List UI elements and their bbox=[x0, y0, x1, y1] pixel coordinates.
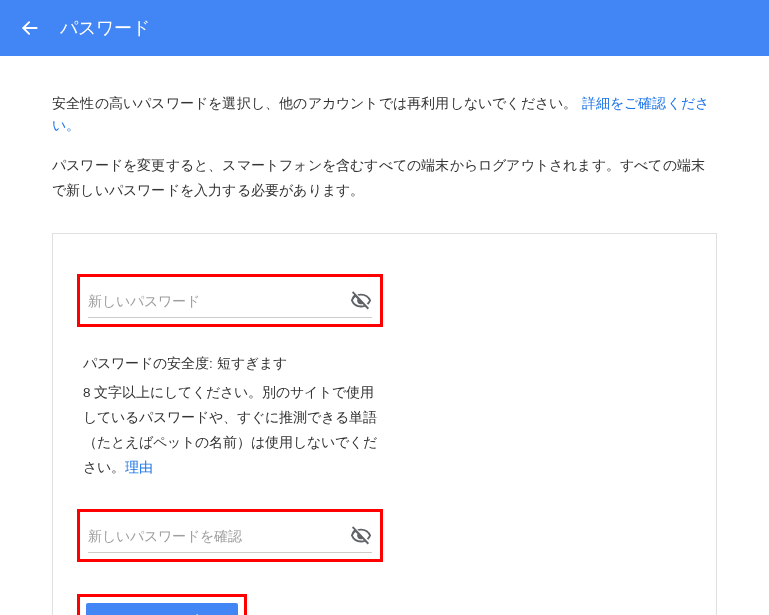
confirm-password-row bbox=[88, 518, 372, 553]
strength-value: 短すぎます bbox=[217, 356, 287, 371]
intro-line-2: パスワードを変更すると、スマートフォンを含むすべての端末からログアウトされます。… bbox=[52, 153, 717, 203]
password-strength-hint: 8 文字以上にしてください。別のサイトで使用しているパスワードや、すぐに推測でき… bbox=[83, 381, 383, 481]
intro-text-1: 安全性の高いパスワードを選択し、他のアカウントでは再利用しないでください。 bbox=[52, 95, 577, 111]
confirm-password-highlight bbox=[77, 509, 383, 562]
page-title: パスワード bbox=[60, 16, 150, 40]
intro-line-1: 安全性の高いパスワードを選択し、他のアカウントでは再利用しないでください。 詳細… bbox=[52, 92, 717, 137]
password-card: パスワードの安全度: 短すぎます 8 文字以上にしてください。別のサイトで使用し… bbox=[52, 233, 717, 615]
password-strength-title: パスワードの安全度: 短すぎます bbox=[83, 355, 383, 373]
strength-label-prefix: パスワードの安全度: bbox=[83, 356, 217, 371]
confirm-password-input[interactable] bbox=[88, 524, 350, 548]
header-bar: パスワード bbox=[0, 0, 769, 56]
visibility-off-icon[interactable] bbox=[350, 525, 372, 547]
new-password-highlight bbox=[77, 274, 383, 327]
new-password-row bbox=[88, 283, 372, 318]
visibility-off-icon[interactable] bbox=[350, 290, 372, 312]
new-password-input[interactable] bbox=[88, 289, 350, 313]
reason-link[interactable]: 理由 bbox=[125, 460, 153, 475]
submit-highlight: パスワードを変更 bbox=[77, 594, 247, 615]
back-arrow-icon[interactable] bbox=[18, 16, 42, 40]
content-area: 安全性の高いパスワードを選択し、他のアカウントでは再利用しないでください。 詳細… bbox=[0, 56, 769, 615]
password-strength-block: パスワードの安全度: 短すぎます 8 文字以上にしてください。別のサイトで使用し… bbox=[83, 355, 383, 481]
change-password-button[interactable]: パスワードを変更 bbox=[86, 603, 238, 615]
